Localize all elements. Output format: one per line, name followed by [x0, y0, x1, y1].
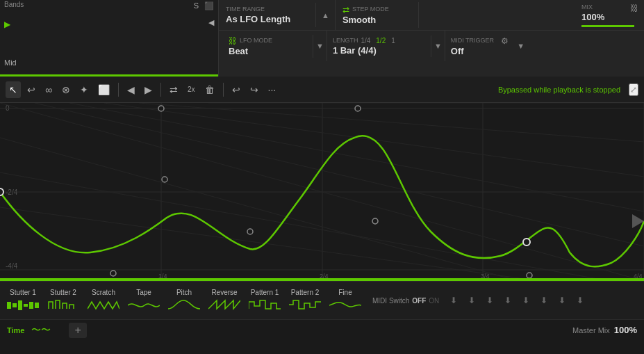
svg-rect-25	[24, 304, 28, 307]
draw-tool-button[interactable]: ↩	[24, 81, 39, 98]
length-frac-1[interactable]: 1/4	[361, 37, 370, 45]
tab-pitch[interactable]: Pitch	[165, 287, 203, 314]
midi-trigger-value[interactable]: Off	[451, 46, 464, 56]
marquee-tool-button[interactable]: ⬜	[94, 81, 113, 98]
control-point-5[interactable]	[372, 218, 378, 224]
next-button[interactable]: ▶	[141, 81, 156, 98]
download-icon-4[interactable]: ⬇	[504, 296, 511, 305]
link-tool-button[interactable]: ∞	[42, 81, 56, 98]
control-point-6[interactable]	[247, 229, 253, 234]
expand-button[interactable]: ⬛	[204, 1, 214, 10]
tab-pattern2[interactable]: Pattern 2	[286, 287, 324, 314]
control-point-9[interactable]	[527, 273, 532, 278]
tab-pattern1-wave	[249, 298, 281, 313]
control-point-1[interactable]	[0, 188, 3, 195]
mix-section: Mix 100% ⛓	[575, 1, 644, 30]
midi-switch-off[interactable]: OFF	[412, 297, 426, 305]
bottom-row: ⛓ LFO Mode Beat ▼ Length 1/4 1/2 1 1 Bar…	[219, 31, 644, 61]
redo-button[interactable]: ↪	[247, 81, 262, 98]
footer-time-label: Time	[7, 326, 24, 335]
node-tool-button[interactable]: ✦	[76, 81, 92, 98]
download-icon-1[interactable]: ⬇	[450, 296, 457, 305]
nav-arrow-midi-icon[interactable]: ▼	[517, 42, 525, 50]
svg-rect-26	[29, 302, 33, 309]
tab-tape[interactable]: Tape	[125, 287, 163, 314]
link-top-right-icon: ⛓	[630, 3, 638, 13]
tab-scratch-wave	[88, 298, 119, 313]
svg-rect-21	[0, 278, 644, 281]
collapse-arrow-icon[interactable]: ◀	[208, 18, 214, 27]
separator-1	[118, 83, 119, 97]
download-icon-7[interactable]: ⬇	[559, 296, 565, 305]
download-icon-8[interactable]: ⬇	[577, 296, 584, 305]
control-point-2[interactable]	[158, 106, 164, 111]
control-point-8[interactable]	[523, 239, 530, 246]
length-frac-2[interactable]: 1/2	[376, 37, 386, 45]
tab-stutter2-label: Stutter 2	[50, 289, 76, 296]
length-value[interactable]: 1 Bar (4/4)	[333, 45, 425, 56]
more-button[interactable]: ···	[265, 81, 280, 98]
control-point-3[interactable]	[162, 177, 167, 182]
download-icon-2[interactable]: ⬇	[468, 296, 475, 305]
tab-tape-label: Tape	[136, 289, 151, 296]
tab-stutter1-label: Stutter 1	[10, 289, 36, 296]
svg-line-9	[0, 172, 609, 281]
shuffle-button[interactable]: ⇄	[166, 81, 181, 98]
mid-label: Mid	[4, 58, 17, 67]
add-button[interactable]: +	[69, 323, 86, 338]
delete-button[interactable]: 🗑	[201, 81, 218, 98]
tab-scratch-label: Scratch	[92, 289, 115, 296]
play-icon[interactable]: ▶	[4, 19, 10, 29]
tab-stutter2[interactable]: Stutter 2	[44, 287, 82, 314]
lfo-mode-value[interactable]: Beat	[229, 46, 307, 56]
step-mode-value[interactable]: Smooth	[342, 15, 411, 25]
tab-pitch-label: Pitch	[176, 289, 192, 296]
midi-switch-on[interactable]: ON	[429, 297, 439, 305]
separator-2	[160, 83, 161, 97]
gear-icon[interactable]: ⚙	[501, 36, 509, 46]
tab-pattern1[interactable]: Pattern 1	[246, 287, 283, 314]
lfo-link-icon: ⛓	[229, 36, 237, 46]
length-frac-3[interactable]: 1	[391, 37, 395, 45]
top-area: Bands S ⬛ ◀ ▶ Mid Time Range As LFO Leng…	[0, 0, 644, 77]
time-range-value[interactable]: As LFO Length	[226, 14, 308, 24]
tab-stutter1[interactable]: Stutter 1	[4, 287, 42, 314]
nav-arrow-length-icon[interactable]: ▼	[434, 42, 442, 50]
prev-button[interactable]: ◀	[124, 81, 138, 98]
tab-scratch[interactable]: Scratch	[85, 287, 122, 314]
select-tool-button[interactable]: ↖	[6, 81, 21, 98]
lfo-canvas[interactable]: 1/4 2/4 3/4 4/4	[0, 103, 644, 281]
nav-arrow-left-icon[interactable]: ▲	[319, 10, 332, 21]
unlink-tool-button[interactable]: ⊗	[58, 81, 74, 98]
s-button[interactable]: S	[194, 1, 199, 10]
bands-label: Bands	[0, 0, 28, 10]
tab-fine-label: Fine	[338, 289, 352, 296]
master-mix-value[interactable]: 100%	[614, 325, 637, 335]
download-icon-6[interactable]: ⬇	[540, 296, 547, 305]
midi-switch-label: MIDI Switch	[372, 297, 409, 305]
right-controls: Time Range As LFO Length ▲ ⇄ Step Mode S…	[219, 0, 644, 77]
undo-button[interactable]: ↩	[229, 81, 244, 98]
footer-wave-icon: 〜〜	[31, 324, 51, 337]
control-point-4[interactable]	[355, 106, 361, 111]
svg-rect-27	[35, 303, 39, 308]
tab-fine-wave	[329, 298, 361, 313]
mix-value[interactable]: 100%	[581, 12, 637, 22]
tab-stutter1-wave	[7, 298, 39, 313]
top-row: Time Range As LFO Length ▲ ⇄ Step Mode S…	[219, 0, 644, 31]
fullscreen-button[interactable]: ⤢	[629, 83, 638, 96]
download-icon-3[interactable]: ⬇	[486, 296, 493, 305]
mix-label: Mix	[581, 3, 637, 10]
left-panel: Bands S ⬛ ◀ ▶ Mid	[0, 0, 219, 77]
lfo-mode-label: LFO Mode	[240, 37, 272, 44]
tab-pattern2-wave	[289, 298, 321, 313]
nav-arrow-lfo-icon[interactable]: ▼	[316, 42, 324, 50]
tab-reverse[interactable]: Reverse	[206, 287, 243, 314]
link-icon: ⇄	[342, 5, 349, 15]
double-button[interactable]: 2x	[184, 83, 199, 96]
svg-rect-22	[7, 302, 11, 309]
tab-fine[interactable]: Fine	[327, 287, 364, 314]
control-point-7[interactable]	[110, 271, 116, 276]
bypass-text: Bypassed while playback is stopped	[498, 86, 620, 94]
download-icon-5[interactable]: ⬇	[522, 296, 529, 305]
